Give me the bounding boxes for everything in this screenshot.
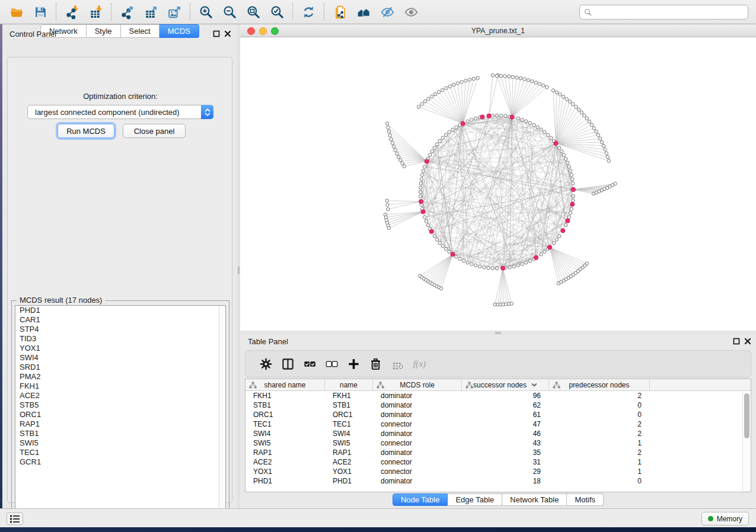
cell-successor_nodes: 46	[462, 430, 549, 438]
mcds-result-item[interactable]: STP4	[15, 325, 225, 334]
cell-shared_name: ORC1	[245, 411, 325, 419]
column-header-shared-name[interactable]: shared name	[245, 379, 325, 390]
mcds-result-item[interactable]: YOX1	[15, 344, 225, 353]
import-table-button[interactable]	[84, 1, 107, 23]
mcds-result-item[interactable]: ORC1	[15, 410, 225, 419]
cell-predecessor_nodes: 2	[549, 392, 650, 400]
main-toolbar	[0, 0, 756, 24]
document-network-button[interactable]	[328, 1, 352, 23]
mcds-result-list[interactable]: PHD1CAR1STP4TID3YOX1SWI4SRD1PMA2FKH1ACE2…	[15, 305, 226, 517]
cell-mcds_role: connector	[373, 439, 462, 447]
mcds-result-item[interactable]: RAP1	[15, 419, 225, 429]
export-table-button[interactable]	[139, 1, 162, 23]
cell-predecessor_nodes: 0	[549, 477, 650, 485]
table-scrollbar[interactable]	[742, 392, 750, 492]
gear-icon	[259, 357, 273, 371]
cell-shared_name: SWI4	[245, 430, 325, 438]
tab-edge-table[interactable]: Edge Table	[448, 493, 502, 506]
zoom-selected-button[interactable]	[265, 1, 289, 23]
save-button[interactable]	[28, 1, 52, 23]
export-image-button[interactable]	[162, 1, 186, 23]
network-canvas[interactable]	[240, 37, 756, 331]
zoom-out-button[interactable]	[218, 1, 241, 23]
zoom-fit-button[interactable]	[241, 1, 265, 23]
add-button[interactable]	[343, 352, 365, 375]
table-row[interactable]: TEC1TEC1connector472	[245, 419, 751, 429]
table-row[interactable]: SWI4SWI4dominator462	[245, 429, 751, 438]
tab-mcds[interactable]: MCDS	[160, 24, 199, 38]
table-row[interactable]: FKH1FKH1dominator962	[245, 391, 751, 400]
export-network-button[interactable]	[115, 1, 139, 23]
cell-shared_name: ACE2	[245, 458, 325, 466]
table-row[interactable]: PHD1PHD1dominator180	[245, 476, 751, 486]
tab-node-table[interactable]: Node Table	[393, 493, 448, 506]
table-row[interactable]: RAP1RAP1dominator352	[245, 448, 751, 457]
refresh-icon	[301, 5, 316, 20]
table-row[interactable]: SWI5SWI5connector431	[245, 438, 751, 448]
table-row[interactable]: ACE2ACE2connector311	[245, 457, 751, 467]
show-eye-button[interactable]	[399, 1, 423, 23]
column-header-name[interactable]: name	[325, 379, 373, 390]
mcds-result-item[interactable]: ACE2	[15, 391, 225, 400]
toolbar-separator	[56, 3, 56, 21]
table-row[interactable]: YOX1YOX1connector291	[245, 467, 751, 476]
tab-network-table[interactable]: Network Table	[502, 493, 567, 506]
mcds-list-scrollbar[interactable]	[219, 306, 225, 517]
tab-style[interactable]: Style	[87, 24, 121, 38]
mcds-result-item[interactable]: PMA2	[15, 372, 225, 382]
mcds-result-item[interactable]: SRD1	[15, 363, 225, 372]
control-panel-float-icon[interactable]	[213, 30, 220, 37]
status-list-button[interactable]	[7, 512, 23, 525]
tab-select[interactable]: Select	[121, 24, 160, 38]
optimization-criterion-select[interactable]: largest connected component (undirected)	[27, 105, 213, 119]
cell-name: ACE2	[325, 458, 373, 466]
unselect-all-button[interactable]	[321, 352, 343, 375]
splitter-grip	[495, 332, 501, 334]
search-input[interactable]	[595, 8, 748, 17]
split-columns-button[interactable]	[277, 352, 299, 375]
mcds-result-item[interactable]: PHD1	[15, 306, 225, 315]
open-folder-button[interactable]	[5, 1, 28, 23]
cell-mcds_role: dominator	[373, 477, 462, 485]
memory-button[interactable]: Memory	[701, 512, 749, 525]
column-header-predecessor-nodes[interactable]: predecessor nodes	[549, 379, 650, 390]
mcds-result-item[interactable]: CAR1	[15, 315, 225, 325]
chevron-down-icon	[531, 383, 537, 387]
home-networks-button[interactable]	[352, 1, 375, 23]
mcds-result-item[interactable]: TID3	[15, 334, 225, 344]
mcds-result-item[interactable]: GCR1	[15, 457, 225, 467]
table-panel-close-icon[interactable]	[744, 338, 751, 345]
cell-predecessor_nodes: 2	[549, 448, 650, 457]
table-scrollbar-thumb[interactable]	[744, 393, 749, 438]
cell-predecessor_nodes: 2	[549, 420, 650, 428]
cell-name: SWI5	[325, 439, 373, 447]
close-panel-button[interactable]: Close panel	[123, 124, 186, 138]
mcds-result-item[interactable]: STB5	[15, 400, 225, 410]
cell-mcds_role: dominator	[373, 401, 462, 409]
home-networks-icon	[356, 5, 371, 20]
mcds-result-item[interactable]: TEC1	[15, 448, 225, 457]
table-panel-float-icon[interactable]	[733, 338, 740, 345]
table-row[interactable]: STB1STB1dominator620	[245, 400, 751, 410]
trash-button[interactable]	[365, 352, 387, 375]
network-window-titlebar: YPA_prune.txt_1	[240, 24, 756, 37]
mcds-result-item[interactable]: FKH1	[15, 382, 225, 391]
column-header-MCDS-role[interactable]: MCDS role	[373, 379, 462, 390]
tab-motifs[interactable]: Motifs	[567, 493, 604, 506]
gear-button[interactable]	[255, 352, 277, 375]
run-mcds-button[interactable]: Run MCDS	[58, 124, 114, 138]
table-tabs: Node TableEdge TableNetwork TableMotifs	[240, 493, 756, 506]
table-row[interactable]: ORC1ORC1dominator610	[245, 410, 751, 419]
mcds-result-item[interactable]: STB1	[15, 429, 225, 438]
select-all-button[interactable]	[299, 352, 321, 375]
mcds-result-item[interactable]: SWI4	[15, 353, 225, 363]
refresh-button[interactable]	[296, 1, 320, 23]
zoom-in-button[interactable]	[194, 1, 218, 23]
delete-table-button	[387, 352, 409, 375]
hide-eye-button[interactable]	[375, 1, 399, 23]
column-header-successor-nodes[interactable]: successor nodes	[462, 379, 549, 390]
import-network-button[interactable]	[60, 1, 84, 23]
horizontal-splitter[interactable]	[240, 331, 756, 335]
control-panel-close-icon[interactable]	[224, 30, 231, 37]
mcds-result-item[interactable]: SWI5	[15, 438, 225, 448]
